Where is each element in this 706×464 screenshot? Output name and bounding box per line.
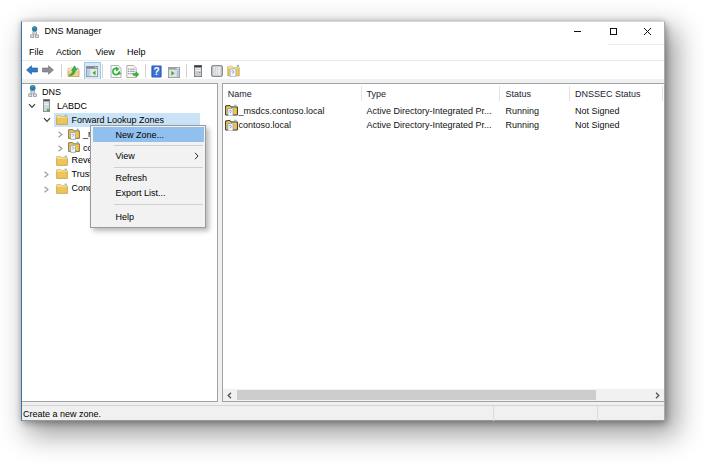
svg-text:?: ? (153, 66, 159, 77)
